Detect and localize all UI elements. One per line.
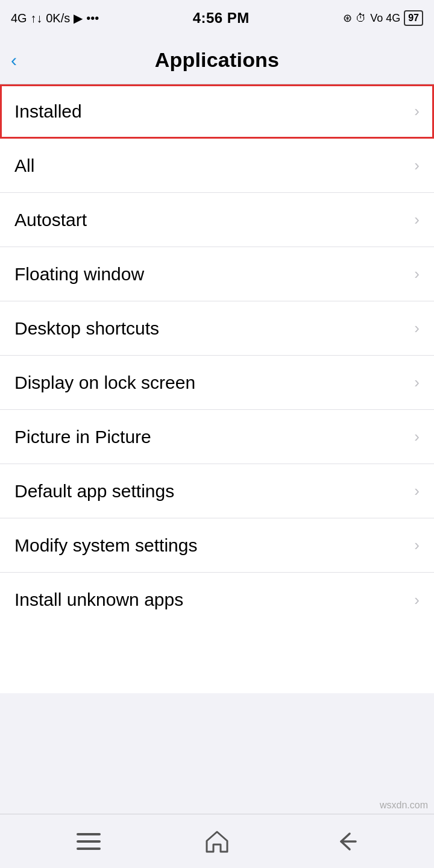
list-item-label-autostart: Autostart — [14, 210, 87, 230]
list-item-label-desktop-shortcuts: Desktop shortcuts — [14, 318, 159, 339]
home-icon — [204, 829, 230, 854]
back-icon: ‹ — [11, 50, 17, 71]
time-display: 4:56 PM — [193, 10, 250, 27]
chevron-right-icon: › — [414, 591, 420, 609]
list-item-install-unknown-apps[interactable]: Install unknown apps› — [0, 573, 434, 627]
bluetooth-icon: ⊛ — [343, 11, 352, 25]
list-item-label-install-unknown-apps: Install unknown apps — [14, 590, 183, 610]
home-button[interactable] — [199, 826, 235, 857]
chevron-right-icon: › — [414, 536, 420, 555]
navigation-bar — [0, 814, 434, 868]
back-nav-icon — [333, 829, 358, 854]
list-item-label-default-app-settings: Default app settings — [14, 481, 174, 502]
hamburger-icon — [77, 833, 101, 850]
footer-area — [0, 693, 434, 814]
list-item-label-floating-window: Floating window — [14, 264, 144, 285]
chevron-right-icon: › — [414, 156, 420, 175]
list-item-floating-window[interactable]: Floating window› — [0, 247, 434, 301]
alarm-icon: ⏱ — [356, 12, 366, 25]
back-button[interactable]: ‹ — [11, 50, 17, 71]
chevron-right-icon: › — [414, 373, 420, 392]
list-item-label-picture-in-picture: Picture in Picture — [14, 427, 151, 447]
chevron-right-icon: › — [414, 102, 420, 121]
list-item-desktop-shortcuts[interactable]: Desktop shortcuts› — [0, 301, 434, 356]
list-item-label-all: All — [14, 156, 34, 176]
media-icon: ▶ — [74, 11, 83, 25]
page-title: Applications — [155, 48, 279, 72]
page-header: ‹ Applications — [0, 36, 434, 84]
chevron-right-icon: › — [414, 319, 420, 338]
list-item-all[interactable]: All› — [0, 139, 434, 193]
list-item-label-display-on-lock-screen: Display on lock screen — [14, 373, 195, 393]
list-item-modify-system-settings[interactable]: Modify system settings› — [0, 518, 434, 573]
applications-list: Installed›All›Autostart›Floating window›… — [0, 84, 434, 693]
chevron-right-icon: › — [414, 427, 420, 446]
network-indicator: 4G ↑↓ — [11, 11, 42, 25]
dots-icon: ••• — [86, 11, 99, 25]
list-item-display-on-lock-screen[interactable]: Display on lock screen› — [0, 356, 434, 410]
list-item-label-modify-system-settings: Modify system settings — [14, 535, 197, 556]
menu-button[interactable] — [71, 826, 107, 857]
battery-indicator: 97 — [404, 10, 423, 26]
status-bar: 4G ↑↓ 0K/s ▶ ••• 4:56 PM ⊛ ⏱ Vo 4G 97 — [0, 0, 434, 36]
back-nav-button[interactable] — [327, 826, 363, 857]
status-left: 4G ↑↓ 0K/s ▶ ••• — [11, 11, 99, 25]
list-item-installed[interactable]: Installed› — [0, 84, 434, 139]
list-item-picture-in-picture[interactable]: Picture in Picture› — [0, 410, 434, 464]
chevron-right-icon: › — [414, 482, 420, 500]
list-item-default-app-settings[interactable]: Default app settings› — [0, 464, 434, 518]
list-item-autostart[interactable]: Autostart› — [0, 193, 434, 247]
chevron-right-icon: › — [414, 265, 420, 283]
speed-indicator: 0K/s — [46, 11, 70, 25]
list-item-label-installed: Installed — [14, 101, 82, 122]
status-right: ⊛ ⏱ Vo 4G 97 — [343, 10, 423, 26]
signal-type: Vo 4G — [370, 12, 400, 25]
chevron-right-icon: › — [414, 210, 420, 229]
